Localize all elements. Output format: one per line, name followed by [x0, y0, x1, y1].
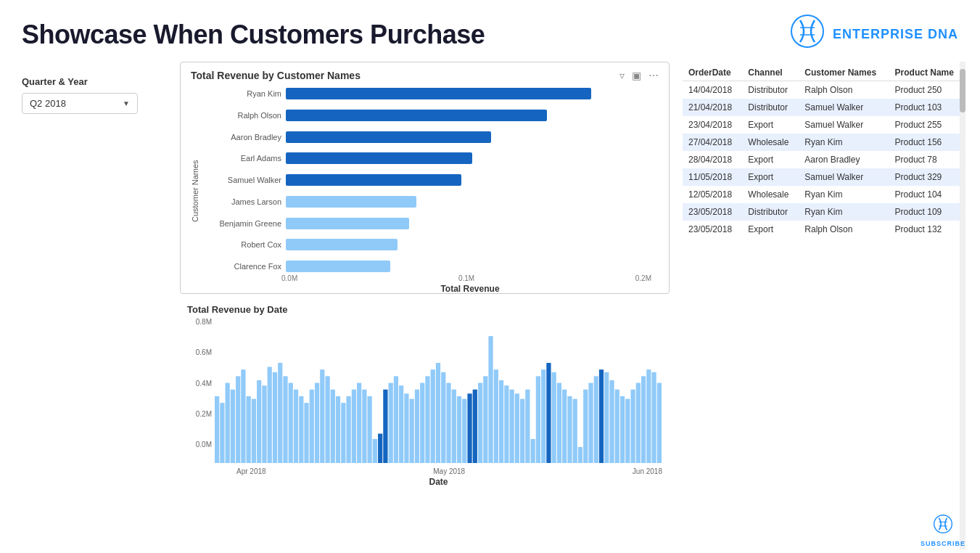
time-bar [226, 383, 230, 463]
table-cell: Product 255 [889, 116, 965, 134]
table-header: OrderDateChannelCustomer NamesProduct Na… [683, 65, 965, 81]
time-bar [378, 434, 382, 463]
table-cell: Export [742, 116, 799, 134]
time-bar [609, 380, 614, 463]
time-bar [520, 399, 524, 463]
time-bar [320, 369, 324, 463]
bar-fill [286, 261, 390, 272]
table-cell: Product 109 [889, 203, 965, 221]
time-chart-svg [215, 318, 662, 463]
time-bar [341, 403, 345, 463]
table-row: 23/05/2018DistributorRyan KimProduct 109 [683, 203, 965, 221]
bar-fill [286, 131, 491, 143]
bar-fill [286, 88, 591, 99]
table-cell: 14/04/2018 [683, 81, 742, 99]
table-cell: Product 104 [889, 186, 965, 203]
time-bar [299, 396, 303, 463]
bar-label: Samuel Walker [205, 176, 281, 184]
table-cell: Product 329 [889, 168, 965, 186]
table-cell: Samuel Walker [799, 99, 889, 116]
table-cell: 12/05/2018 [683, 186, 742, 203]
time-bar [531, 439, 535, 463]
bar-fill [286, 110, 547, 121]
time-chart-container: Total Revenue by Date 0.8M0.6M0.4M0.2M0.… [180, 300, 670, 549]
bar-fill [286, 196, 416, 208]
table-row: 11/05/2018ExportSamuel WalkerProduct 329 [683, 168, 965, 186]
y-tick-label: 0.6M [187, 348, 212, 356]
scrollbar[interactable] [960, 62, 965, 549]
bar-row: Benjamin Greene [205, 216, 659, 232]
time-bar [641, 376, 646, 463]
time-bar [252, 399, 256, 463]
bar-track [286, 261, 659, 272]
time-bar [294, 390, 298, 463]
table-cell: Wholesale [742, 186, 799, 203]
time-bar [457, 396, 461, 463]
chevron-down-icon: ▼ [123, 99, 130, 107]
y-tick-label: 0.8M [187, 318, 212, 326]
time-bar [552, 372, 556, 463]
x-tick-label: 0.0M [281, 274, 297, 282]
table-cell: Samuel Walker [799, 116, 889, 134]
bar-track [286, 131, 659, 143]
scrollbar-thumb[interactable] [960, 69, 965, 112]
bar-row: Aaron Bradley [205, 129, 659, 145]
filter-icon[interactable]: ▿ [619, 70, 625, 81]
quarter-year-dropdown[interactable]: Q2 2018 ▼ [22, 93, 138, 114]
table-row: 27/04/2018WholesaleRyan KimProduct 156 [683, 134, 965, 151]
bar-chart-title: Total Revenue by Customer Names [191, 70, 361, 81]
time-bar [331, 390, 335, 463]
chart-toolbar: ▿ ▣ ⋯ [619, 70, 659, 81]
time-bar [452, 390, 456, 463]
time-bar [573, 399, 577, 463]
subscribe-text: SUBSCRIBE [921, 540, 965, 547]
logo-text: ENTERPRISE DNA [833, 27, 958, 42]
time-bar [262, 385, 266, 463]
time-chart-title: Total Revenue by Date [187, 304, 662, 315]
time-x-tick-label: Apr 2018 [236, 467, 266, 475]
table-cell: 27/04/2018 [683, 134, 742, 151]
bar-label: Ralph Olson [205, 111, 281, 120]
table-row: 28/04/2018ExportAaron BradleyProduct 78 [683, 151, 965, 168]
logo-area: ENTERPRISE DNA [789, 13, 958, 56]
time-bar [651, 372, 656, 463]
time-bar [483, 376, 487, 463]
time-bar [368, 396, 372, 463]
table-row: 14/04/2018DistributorRalph OlsonProduct … [683, 81, 965, 99]
time-bar [410, 399, 414, 463]
table-cell: 23/05/2018 [683, 203, 742, 221]
time-chart-inner: Apr 2018May 2018Jun 2018 Date [215, 318, 662, 463]
bar-row: Ralph Olson [205, 107, 659, 123]
time-bar [220, 403, 224, 463]
time-x-labels: Apr 2018May 2018Jun 2018 [215, 467, 662, 475]
time-bar [394, 376, 398, 463]
time-bar [352, 390, 356, 463]
svg-point-0 [791, 15, 823, 47]
table-cell: Product 103 [889, 99, 965, 116]
table-row: 21/04/2018DistributorSamuel WalkerProduc… [683, 99, 965, 116]
table-row: 23/05/2018ExportRalph OlsonProduct 132 [683, 221, 965, 238]
expand-icon[interactable]: ▣ [632, 70, 641, 81]
subscribe-area[interactable]: SUBSCRIBE [921, 514, 965, 547]
bar-track [286, 218, 659, 229]
table-cell: Samuel Walker [799, 168, 889, 186]
y-tick-label: 0.4M [187, 380, 212, 388]
table-cell: Aaron Bradley [799, 151, 889, 168]
x-tick-label: 0.2M [635, 274, 651, 282]
table-cell: 21/04/2018 [683, 99, 742, 116]
table-cell: Export [742, 151, 799, 168]
time-bar [425, 376, 429, 463]
time-chart-x-axis-label: Date [215, 477, 662, 487]
more-icon[interactable]: ⋯ [648, 70, 659, 81]
y-tick-label: 0.0M [187, 441, 212, 448]
time-bar [441, 372, 445, 463]
table-column-header: Customer Names [799, 65, 889, 81]
bar-chart-container: Total Revenue by Customer Names ▿ ▣ ⋯ Cu… [180, 62, 670, 294]
time-bar [431, 369, 435, 463]
time-bar [415, 390, 419, 463]
time-bar [336, 396, 340, 463]
right-panel: OrderDateChannelCustomer NamesProduct Na… [683, 62, 965, 549]
time-bar [525, 390, 530, 463]
table-row: 23/04/2018ExportSamuel WalkerProduct 255 [683, 116, 965, 134]
time-bar [467, 393, 472, 463]
